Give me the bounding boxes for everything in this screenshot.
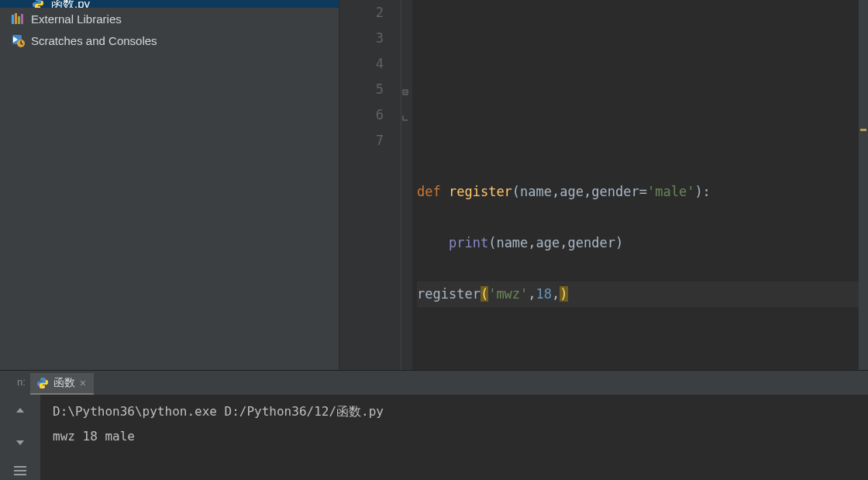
- svg-rect-3: [21, 14, 23, 24]
- tree-scratches[interactable]: Scratches and Consoles: [0, 29, 339, 51]
- paren-open: (: [512, 184, 520, 199]
- comma: ,: [560, 235, 567, 250]
- function-name: register: [449, 184, 512, 199]
- code-line: [417, 26, 868, 51]
- console-output[interactable]: D:\Python36\python.exe D:/Python36/12/函数…: [40, 395, 868, 480]
- svg-rect-2: [18, 16, 20, 24]
- number-literal: 18: [536, 286, 552, 302]
- param: age: [560, 184, 584, 199]
- code-line-current: register('mwz',18,): [417, 281, 868, 307]
- param: name: [520, 184, 552, 199]
- code-line: print(name,age,gender): [417, 230, 868, 256]
- console-line: mwz 18 male: [53, 424, 868, 449]
- scratches-icon: [11, 33, 25, 47]
- project-tree: 函数.py External Libraries: [0, 0, 339, 51]
- code-line: [417, 128, 868, 154]
- scratches-label: Scratches and Consoles: [31, 34, 157, 47]
- editor-scrollbar[interactable]: [859, 0, 868, 370]
- run-tab-label: 函数: [53, 376, 75, 390]
- comma: ,: [528, 286, 536, 302]
- arg: age: [536, 235, 560, 250]
- paren-open: (: [488, 235, 496, 250]
- svg-rect-0: [12, 15, 14, 24]
- string-literal: 'male': [647, 184, 694, 199]
- line-number: 5: [339, 77, 384, 102]
- line-number: 4: [339, 51, 384, 77]
- tree-external-libraries[interactable]: External Libraries: [0, 8, 339, 29]
- paren-close: ): [615, 235, 623, 250]
- fold-end-icon[interactable]: [401, 106, 411, 116]
- svg-rect-1: [15, 13, 17, 24]
- arg: name: [496, 235, 528, 250]
- fold-column: [401, 0, 412, 370]
- tree-file-hanshu-py[interactable]: 函数.py: [0, 0, 339, 8]
- fold-open-icon[interactable]: [401, 81, 411, 90]
- code-line: def register(name,age,gender='male'):: [417, 179, 868, 205]
- line-number: 7: [339, 128, 384, 154]
- comma: ,: [552, 184, 560, 199]
- line-number: 2: [339, 0, 384, 26]
- run-tab[interactable]: 函数 ×: [30, 373, 94, 395]
- comma: ,: [584, 184, 591, 199]
- comma: ,: [528, 235, 536, 250]
- arg: gender: [568, 235, 615, 250]
- stack-up-button[interactable]: [11, 402, 29, 421]
- editor-gutter: 2 3 4 5 6 7: [339, 0, 401, 370]
- tree-file-label: 函数.py: [51, 0, 90, 8]
- string-literal: 'mwz': [488, 286, 528, 302]
- code-editor[interactable]: 2 3 4 5 6 7 def register(name,age,gender…: [339, 0, 868, 370]
- python-file-icon: [31, 0, 45, 8]
- soft-wrap-button[interactable]: [11, 461, 29, 480]
- stack-down-button[interactable]: [11, 432, 29, 451]
- builtin-print: print: [449, 235, 488, 250]
- external-libraries-label: External Libraries: [31, 12, 122, 26]
- run-label: n:: [17, 376, 26, 390]
- call-name: register: [417, 286, 480, 302]
- paren-open-highlight: (: [480, 286, 488, 302]
- run-panel: n: 函数 × D:\Python36\python.exe D:/Python…: [0, 370, 868, 480]
- comma: ,: [552, 286, 560, 302]
- external-libraries-icon: [11, 12, 25, 26]
- close-icon[interactable]: ×: [80, 377, 86, 389]
- console-body: D:\Python36\python.exe D:/Python36/12/函数…: [0, 395, 868, 480]
- console-toolbar: [0, 395, 40, 480]
- keyword-def: def: [417, 184, 441, 199]
- code-area[interactable]: def register(name,age,gender='male'): pr…: [412, 0, 868, 370]
- paren-close-colon: ):: [694, 184, 710, 199]
- param: gender: [591, 184, 639, 199]
- code-line: [417, 77, 868, 102]
- indent: [417, 235, 449, 250]
- main-split: 函数.py External Libraries: [0, 0, 868, 370]
- warning-marker[interactable]: [860, 129, 866, 131]
- line-number: 3: [339, 26, 384, 51]
- console-line: D:\Python36\python.exe D:/Python36/12/函数…: [53, 399, 868, 424]
- equals: =: [639, 184, 647, 199]
- line-number: 6: [339, 102, 384, 128]
- python-icon: [36, 377, 49, 389]
- project-sidebar: 函数.py External Libraries: [0, 0, 339, 370]
- paren-close-highlight: ): [560, 286, 567, 302]
